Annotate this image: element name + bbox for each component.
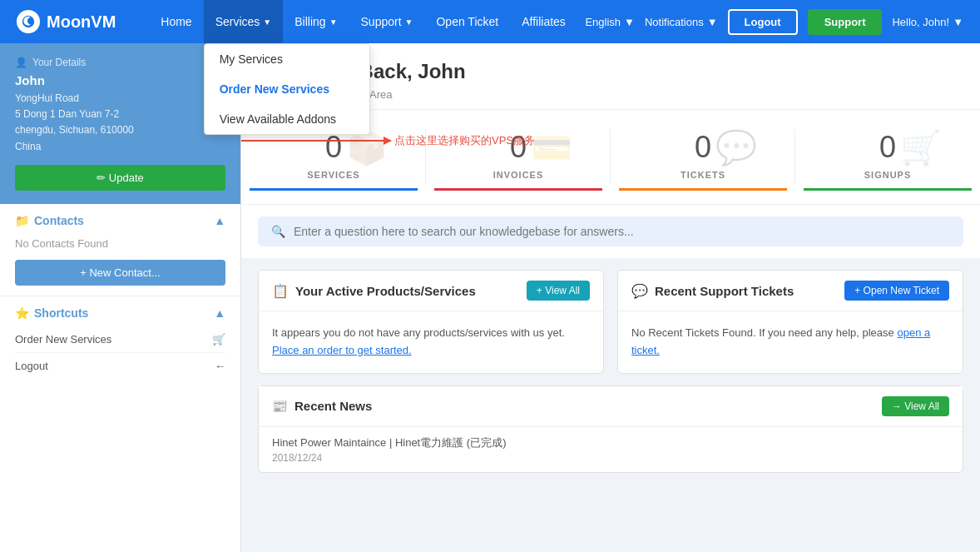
dropdown-available-addons[interactable]: View Available Addons: [205, 104, 369, 134]
news-item-title: Hinet Power Maintaince | Hinet電力維護 (已完成): [272, 435, 949, 450]
open-new-ticket-button[interactable]: + Open New Ticket: [844, 281, 949, 301]
recent-news-header: 📰 Recent News → View All: [259, 386, 963, 427]
logo-icon: [17, 10, 40, 33]
contacts-collapse-icon[interactable]: ▲: [214, 214, 225, 227]
logo-text: MoonVM: [47, 12, 116, 32]
user-address: YongHui Road 5 Dong 1 Dan Yuan 7-2 cheng…: [15, 91, 225, 155]
arrow-line: [241, 140, 391, 142]
main-nav: Home Services ▼ My Services Order New Se…: [149, 0, 585, 43]
shortcuts-icon: ⭐: [15, 306, 29, 320]
recent-tickets-title: Recent Support Tickets: [655, 284, 794, 298]
recent-news-card: 📰 Recent News → View All Hinet Power Mai…: [258, 385, 963, 473]
stat-signups-underline: [804, 188, 972, 191]
new-contact-button[interactable]: + New Contact...: [15, 260, 225, 286]
shortcuts-collapse-icon[interactable]: ▲: [214, 306, 225, 320]
recent-news-title: Recent News: [294, 399, 372, 413]
news-item-date: 2018/12/24: [272, 452, 949, 464]
stat-services-underline: [250, 188, 418, 191]
recent-news-icon: 📰: [272, 399, 288, 414]
sidebar-contacts-section: 📁 Contacts ▲ No Contacts Found + New Con…: [0, 204, 240, 296]
user-name: John: [15, 73, 225, 87]
user-icon: 👤: [15, 57, 27, 68]
search-wrap: 🔍: [258, 216, 963, 246]
page-body: 👤 Your Details John YongHui Road 5 Dong …: [0, 43, 980, 552]
stat-tickets[interactable]: 0 💬 TICKETS: [611, 110, 795, 204]
nav-home[interactable]: Home: [149, 0, 203, 43]
arrow-head: [384, 137, 392, 145]
user-section-label: 👤 Your Details: [15, 57, 225, 68]
notifications-btn[interactable]: Notifications ▼: [645, 16, 718, 28]
support-button[interactable]: Support: [808, 9, 883, 35]
search-bar: 🔍: [241, 204, 980, 258]
stat-services-label: SERVICES: [250, 170, 418, 180]
cards-row: 📋 Your Active Products/Services + View A…: [241, 258, 980, 385]
active-products-body: It appears you do not have any products/…: [259, 311, 603, 373]
services-dropdown: My Services Order New Services View Avai…: [204, 43, 370, 135]
stat-tickets-underline: [619, 188, 787, 191]
shortcuts-header: ⭐ Shortcuts ▲: [15, 306, 225, 320]
top-right: English ▼ Notifications ▼ Logout Support…: [585, 9, 963, 35]
nav-affiliates[interactable]: Affiliates: [510, 0, 577, 43]
contacts-icon: 📁: [15, 214, 29, 227]
stat-signups-label: SIGNUPS: [804, 170, 972, 180]
logout-button[interactable]: Logout: [728, 9, 798, 35]
view-all-services-button[interactable]: + View All: [527, 281, 590, 301]
update-button[interactable]: ✏ Update: [15, 165, 225, 191]
dropdown-my-services[interactable]: My Services: [205, 44, 369, 74]
top-nav: MoonVM Home Services ▼ My Services Order…: [0, 0, 980, 43]
shortcut-order-services[interactable]: Order New Services 🛒: [15, 326, 225, 353]
nav-open-ticket[interactable]: Open Ticket: [424, 0, 510, 43]
stat-tickets-icon: 💬: [715, 128, 757, 167]
nav-billing[interactable]: Billing ▼: [283, 0, 349, 43]
nav-services[interactable]: Services ▼ My Services Order New Service…: [204, 0, 284, 43]
news-item-0: Hinet Power Maintaince | Hinet電力維護 (已完成)…: [259, 427, 963, 472]
stat-signups[interactable]: 0 🛒 SIGNUPS: [795, 110, 980, 204]
stat-invoices-icon: 💳: [531, 128, 572, 167]
active-products-card: 📋 Your Active Products/Services + View A…: [258, 270, 604, 374]
language-selector[interactable]: English ▼: [585, 16, 635, 28]
recent-tickets-icon: 💬: [631, 283, 648, 299]
sidebar-shortcuts-section: ⭐ Shortcuts ▲ Order New Services 🛒 Logou…: [0, 296, 240, 389]
shortcut-cart-icon: 🛒: [212, 333, 225, 346]
search-input[interactable]: [294, 225, 950, 238]
stat-signups-icon: 🛒: [900, 128, 942, 167]
dropdown-order-new[interactable]: Order New Services: [205, 74, 369, 104]
stat-tickets-number: 0: [619, 130, 787, 165]
stat-invoices-underline: [434, 188, 602, 191]
recent-tickets-header: 💬 Recent Support Tickets + Open New Tick…: [618, 271, 963, 311]
recent-tickets-card: 💬 Recent Support Tickets + Open New Tick…: [617, 270, 963, 374]
recent-tickets-body: No Recent Tickets Found. If you need any…: [618, 311, 963, 373]
place-order-link[interactable]: Place an order to get started.: [272, 344, 412, 356]
active-products-title: Your Active Products/Services: [295, 284, 476, 298]
no-contacts-text: No Contacts Found: [15, 234, 225, 253]
hello-user[interactable]: Hello, John! ▼: [892, 16, 963, 28]
nav-support[interactable]: Support ▼: [349, 0, 425, 43]
logo[interactable]: MoonVM: [17, 10, 116, 33]
stat-invoices[interactable]: 0 💳 INVOICES: [426, 110, 611, 204]
active-products-header: 📋 Your Active Products/Services + View A…: [259, 271, 603, 311]
shortcut-logout-icon: ←: [215, 360, 225, 372]
view-all-news-button[interactable]: → View All: [882, 396, 949, 416]
search-icon: 🔍: [271, 225, 285, 238]
stat-signups-number: 0: [804, 130, 972, 165]
services-caret: ▼: [263, 17, 271, 27]
annotation-text: 点击这里选择购买的VPS服务: [394, 133, 535, 148]
shortcut-logout[interactable]: Logout ←: [15, 353, 225, 379]
arrow-annotation: 点击这里选择购买的VPS服务: [241, 133, 535, 148]
active-products-icon: 📋: [272, 283, 289, 299]
stat-invoices-label: INVOICES: [434, 170, 602, 180]
contacts-header: 📁 Contacts ▲: [15, 214, 225, 227]
stat-tickets-label: TICKETS: [619, 170, 787, 180]
